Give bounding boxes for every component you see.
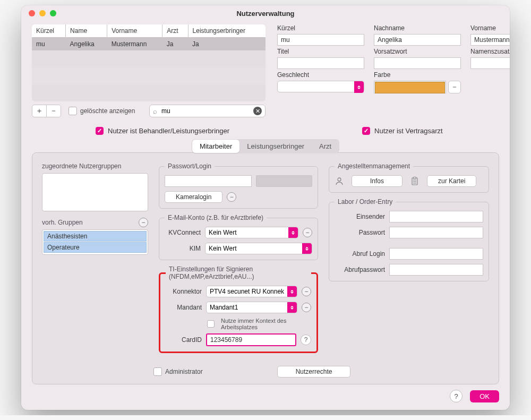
nachname-label: Nachname — [374, 24, 461, 32]
kuerzel-label: Kürzel — [277, 24, 364, 32]
chevron-updown-icon — [288, 227, 298, 238]
col-vorname[interactable]: Vorname — [107, 24, 162, 38]
tab-leistungserbringer[interactable]: Leistungserbringer — [239, 140, 312, 153]
konnektor-select[interactable] — [206, 286, 297, 297]
password-disabled — [256, 175, 312, 187]
checkmark-icon: ✓ — [362, 127, 370, 135]
ok-button[interactable]: OK — [470, 390, 499, 402]
remove-kameralogin-button[interactable]: − — [227, 192, 236, 202]
table-row[interactable] — [32, 67, 266, 84]
users-table[interactable]: Kürzel Name Vorname Arzt Leistungserbrin… — [32, 24, 266, 101]
checkmark-icon: ✓ — [96, 127, 104, 135]
assigned-groups-label: zugeordnete Nutzergruppen — [42, 162, 148, 170]
geschlecht-select[interactable] — [277, 81, 364, 93]
kim-label: KIM — [165, 245, 201, 252]
table-row[interactable] — [32, 84, 266, 101]
kvconnect-select[interactable] — [205, 227, 298, 238]
window: Nutzerverwaltung Kürzel Name Vorname Arz… — [21, 5, 510, 410]
labor-legend: Labor / Order-Entry — [335, 198, 396, 205]
cardid-label: CardID — [166, 336, 202, 344]
namezu-field[interactable] — [470, 57, 510, 69]
kuerzel-field[interactable] — [277, 34, 364, 46]
titel-field[interactable] — [277, 57, 364, 69]
add-user-button[interactable]: ＋ — [32, 105, 47, 117]
mgmt-fieldset: Angestelltenmanagement Infos zur Kartei — [329, 162, 489, 193]
search-field[interactable] — [160, 107, 250, 115]
tabs: Mitarbeiter Leistungserbringer Arzt — [192, 139, 339, 153]
vorh-groups-label: vorh. Gruppen — [42, 219, 83, 226]
kim-select[interactable] — [205, 243, 312, 254]
remove-user-button[interactable]: － — [47, 105, 61, 117]
namezu-label: Namenszusatz — [470, 48, 510, 55]
cardid-field[interactable] — [206, 333, 296, 346]
mgmt-legend: Angestelltenmanagement — [335, 162, 413, 170]
vorsatz-label: Vorsatzwort — [374, 48, 461, 55]
color-remove-button[interactable]: － — [448, 81, 461, 93]
login-fieldset: Passwort/Login Kameralogin − — [159, 162, 318, 209]
abruf-label: Abruf Login — [335, 250, 385, 258]
checkbox-icon — [68, 107, 77, 115]
col-le[interactable]: Leistungserbringer — [188, 24, 266, 38]
col-name[interactable]: Name — [66, 24, 107, 38]
behandler-toggle[interactable]: ✓ Nutzer ist Behandler/Leistungserbringe… — [96, 127, 229, 135]
konnektor-label: Konnektor — [166, 288, 202, 295]
infos-button[interactable]: Infos — [352, 175, 402, 187]
svg-point-0 — [338, 178, 341, 181]
administrator-toggle[interactable]: Administrator — [153, 367, 203, 376]
list-item[interactable]: Operateure — [44, 242, 147, 253]
nachname-field[interactable] — [374, 34, 461, 46]
einsender-label: Einsender — [335, 213, 385, 220]
geschlecht-label: Geschlecht — [277, 71, 364, 79]
table-row[interactable]: mu Angelika Mustermann Ja Ja — [32, 38, 266, 51]
tab-mitarbeiter[interactable]: Mitarbeiter — [192, 140, 239, 153]
mandant-clear-button[interactable]: − — [302, 303, 311, 312]
chevron-updown-icon — [302, 243, 312, 254]
assigned-groups-list[interactable] — [42, 173, 148, 211]
person-icon — [335, 176, 344, 186]
kontext-toggle[interactable]: Nutze immer Kontext des Arbeitsplatzes — [207, 318, 311, 330]
abruf-field[interactable] — [389, 248, 483, 260]
zur-kartei-button[interactable]: zur Kartei — [427, 175, 476, 187]
search-icon: ⌕ — [153, 107, 157, 115]
chevron-updown-icon — [287, 302, 297, 313]
nutzerrechte-button[interactable]: Nutzerrechte — [277, 366, 351, 378]
email-fieldset: E-Mail-Konto (z.B. für eArztbriefe) KVCo… — [159, 214, 318, 260]
vertragsarzt-toggle[interactable]: ✓ Nutzer ist Vertragsarzt — [362, 127, 443, 135]
vorname-field[interactable] — [470, 34, 510, 46]
show-deleted-toggle[interactable]: gelöschte anzeigen — [68, 107, 135, 115]
help-button[interactable]: ? — [450, 390, 463, 402]
table-row[interactable] — [32, 50, 266, 67]
chevron-updown-icon — [354, 81, 364, 93]
labor-passwort-label: Passwort — [335, 229, 385, 236]
vorsatz-field[interactable] — [374, 57, 461, 69]
clear-search-icon[interactable]: ✕ — [253, 107, 262, 115]
col-kuerzel[interactable]: Kürzel — [32, 24, 66, 38]
color-picker[interactable] — [374, 81, 446, 93]
search-input[interactable]: ⌕ ✕ — [149, 105, 266, 117]
farbe-label: Farbe — [374, 71, 461, 79]
konnektor-clear-button[interactable]: − — [302, 287, 311, 296]
login-legend: Passwort/Login — [165, 162, 215, 170]
ti-fieldset: TI-Einstellungen für Signieren (NFDM,eMP… — [159, 265, 318, 353]
labor-fieldset: Labor / Order-Entry Einsender Passwort A… — [329, 198, 489, 281]
list-item[interactable]: Anästhesisten — [44, 231, 147, 242]
svg-rect-2 — [414, 177, 416, 179]
einsender-field[interactable] — [389, 211, 483, 222]
labor-passwort-field[interactable] — [389, 227, 483, 238]
abrufpw-field[interactable] — [389, 264, 483, 276]
col-arzt[interactable]: Arzt — [162, 24, 188, 38]
remove-group-button[interactable]: − — [139, 218, 148, 227]
help-icon[interactable]: ? — [301, 335, 311, 345]
window-title: Nutzerverwaltung — [21, 10, 510, 18]
tab-arzt[interactable]: Arzt — [312, 140, 339, 153]
checkbox-icon — [153, 367, 162, 376]
vorname-label: Vorname — [470, 24, 510, 32]
kameralogin-button[interactable]: Kameralogin — [165, 191, 222, 203]
mandant-select[interactable] — [206, 302, 297, 313]
titel-label: Titel — [277, 48, 364, 55]
kvconnect-clear-button[interactable]: − — [303, 228, 312, 237]
checkbox-icon — [207, 320, 215, 328]
password-field[interactable] — [165, 175, 252, 187]
abrufpw-label: Abrufpasswort — [335, 266, 385, 273]
available-groups-list[interactable]: Anästhesisten Operateure — [42, 229, 148, 255]
